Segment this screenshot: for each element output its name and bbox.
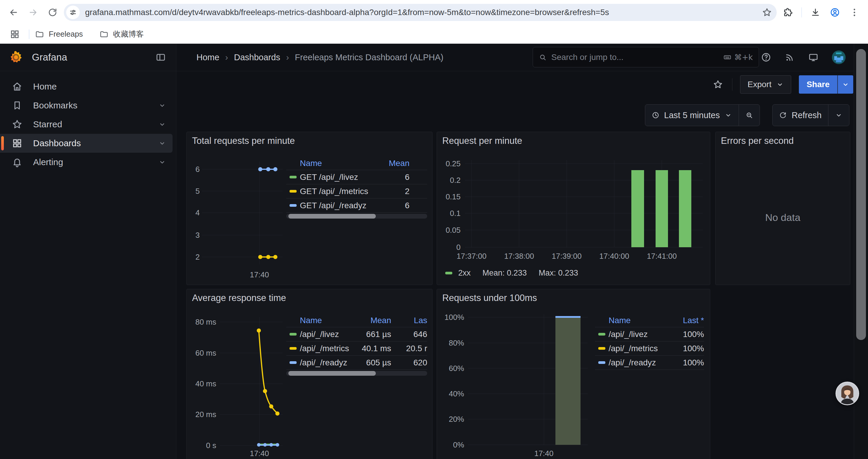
sidebar-item-label: Dashboards bbox=[33, 138, 81, 148]
chevron-down-icon[interactable] bbox=[158, 158, 166, 166]
column-header-name[interactable]: Name bbox=[300, 316, 353, 325]
legend-row-readyz[interactable]: /api/_/readyz 100% bbox=[595, 356, 704, 370]
display-button[interactable] bbox=[808, 52, 818, 62]
chevron-down-icon bbox=[842, 80, 849, 88]
legend-row-metrics[interactable]: /api/_/metrics 100% bbox=[595, 341, 704, 356]
favorite-star-button[interactable] bbox=[711, 78, 724, 91]
url-text[interactable]: grafana.mathmast.com/d/deytv4rwavabkb/fr… bbox=[85, 8, 760, 17]
scrollbar-thumb[interactable] bbox=[856, 49, 866, 340]
dashboard-actions: Export Share bbox=[176, 71, 868, 98]
legend-row-metrics[interactable]: GET /api/_/metrics 2 bbox=[286, 184, 427, 198]
request-per-minute-chart: 0.25 0.2 0.15 0.1 0.05 0 17:37:00 17:38:… bbox=[437, 132, 711, 285]
column-header-mean[interactable]: Mean bbox=[353, 316, 391, 325]
scrollbar-thumb[interactable] bbox=[288, 214, 376, 219]
breadcrumb-home[interactable]: Home bbox=[196, 53, 219, 62]
breadcrumb-separator: › bbox=[286, 53, 289, 62]
search-icon bbox=[539, 54, 547, 61]
sidebar-brand-row: Grafana bbox=[0, 44, 176, 71]
floating-assistant-avatar[interactable] bbox=[836, 382, 859, 405]
user-avatar[interactable] bbox=[832, 51, 845, 64]
panel-title[interactable]: Errors per second bbox=[721, 136, 794, 146]
legend-header-row: Name Mean Las bbox=[286, 314, 427, 327]
series-name[interactable]: /api/_/readyz bbox=[609, 358, 669, 367]
column-header-last[interactable]: Las bbox=[391, 316, 427, 325]
back-button[interactable] bbox=[5, 4, 22, 21]
sidebar-item-bookmarks[interactable]: Bookmarks bbox=[0, 96, 173, 115]
legend-row-readyz[interactable]: /api/_/readyz 605 µs 620 bbox=[286, 356, 427, 370]
url-bar[interactable]: grafana.mathmast.com/d/deytv4rwavabkb/fr… bbox=[64, 4, 777, 21]
legend-row-livez[interactable]: GET /api/_/livez 6 bbox=[286, 170, 427, 184]
legend-row-livez[interactable]: /api/_/livez 661 µs 646 bbox=[286, 327, 427, 341]
series-last: 100% bbox=[669, 330, 704, 339]
legend-table: Name Last * /api/_/livez 100% /api/_/met… bbox=[595, 314, 704, 370]
series-name[interactable]: /api/_/livez bbox=[609, 330, 669, 339]
news-rss-button[interactable] bbox=[785, 52, 795, 62]
sidebar-item-dashboards[interactable]: Dashboards bbox=[0, 134, 173, 153]
svg-text:0.2: 0.2 bbox=[450, 176, 461, 185]
sidebar-collapse-button[interactable] bbox=[154, 51, 167, 64]
reload-button[interactable] bbox=[44, 4, 61, 21]
star-icon bbox=[12, 119, 23, 130]
downloads-button[interactable] bbox=[807, 4, 824, 21]
search-box[interactable]: ⌘+k bbox=[533, 47, 759, 67]
chevron-down-icon[interactable] bbox=[158, 121, 166, 128]
sidebar: Grafana Home Bookmarks Starred bbox=[0, 44, 176, 459]
series-name[interactable]: GET /api/_/metrics bbox=[300, 187, 371, 196]
share-button[interactable]: Share bbox=[799, 75, 837, 94]
sidebar-item-starred[interactable]: Starred bbox=[0, 115, 173, 134]
brand-title: Grafana bbox=[32, 52, 154, 63]
scrollbar-thumb[interactable] bbox=[288, 371, 376, 376]
series-name[interactable]: /api/_/readyz bbox=[300, 358, 353, 367]
series-name[interactable]: GET /api/_/livez bbox=[300, 172, 371, 182]
chevron-down-icon[interactable] bbox=[158, 102, 166, 109]
share-menu-button[interactable] bbox=[837, 75, 853, 94]
series-last: 100% bbox=[669, 344, 704, 353]
export-button[interactable]: Export bbox=[740, 75, 791, 94]
active-accent-bar bbox=[1, 136, 4, 150]
breadcrumb-dashboards[interactable]: Dashboards bbox=[234, 53, 280, 62]
column-header-name[interactable]: Name bbox=[609, 316, 669, 325]
refresh-button[interactable]: Refresh bbox=[773, 104, 828, 126]
series-name[interactable]: /api/_/livez bbox=[300, 330, 353, 339]
series-name[interactable]: /api/_/metrics bbox=[300, 344, 353, 353]
legend-table: Name Mean GET /api/_/livez 6 GET /api/_/… bbox=[286, 157, 427, 213]
series-name[interactable]: GET /api/_/readyz bbox=[300, 201, 371, 210]
browser-profile-button[interactable] bbox=[827, 4, 843, 21]
legend-row-livez[interactable]: /api/_/livez 100% bbox=[595, 327, 704, 341]
series-swatch-blue bbox=[289, 204, 297, 207]
refresh-icon bbox=[779, 111, 787, 119]
help-button[interactable] bbox=[761, 52, 771, 62]
column-header-name[interactable]: Name bbox=[300, 159, 371, 168]
series-name[interactable]: /api/_/metrics bbox=[609, 344, 669, 353]
series-name[interactable]: 2xx bbox=[458, 268, 471, 277]
forward-button[interactable] bbox=[25, 4, 41, 21]
legend-hscrollbar[interactable] bbox=[286, 371, 427, 376]
column-header-mean[interactable]: Mean bbox=[371, 159, 409, 168]
grafana-logo[interactable] bbox=[9, 50, 23, 64]
legend-header-row: Name Mean bbox=[286, 157, 427, 170]
column-header-last[interactable]: Last * bbox=[669, 316, 704, 325]
series-last: 100% bbox=[669, 358, 704, 367]
chevron-down-icon[interactable] bbox=[158, 139, 166, 147]
share-split-button: Share bbox=[799, 75, 853, 94]
zoom-out-button[interactable] bbox=[739, 104, 760, 126]
apps-grid-icon[interactable] bbox=[8, 27, 22, 41]
svg-text:17:40: 17:40 bbox=[534, 449, 553, 458]
site-settings-icon[interactable] bbox=[66, 6, 80, 19]
search-input[interactable] bbox=[551, 52, 723, 62]
sidebar-item-home[interactable]: Home bbox=[0, 77, 173, 96]
svg-text:17:39:00: 17:39:00 bbox=[552, 252, 582, 261]
bookmark-folder-blogs[interactable]: 收藏博客 bbox=[99, 29, 144, 39]
browser-menu-button[interactable] bbox=[846, 4, 863, 21]
sidebar-item-alerting[interactable]: Alerting bbox=[0, 153, 173, 172]
refresh-interval-button[interactable] bbox=[829, 104, 849, 126]
search-shortcut: ⌘+k bbox=[723, 53, 753, 62]
bookmark-star-icon[interactable] bbox=[760, 5, 774, 20]
time-range-picker[interactable]: Last 5 minutes bbox=[645, 104, 739, 126]
series-swatch-blue bbox=[289, 361, 297, 364]
bookmark-folder-freeleaps[interactable]: Freeleaps bbox=[35, 30, 83, 39]
legend-row-readyz[interactable]: GET /api/_/readyz 6 bbox=[286, 198, 427, 213]
extensions-button[interactable] bbox=[780, 4, 796, 21]
legend-hscrollbar[interactable] bbox=[286, 214, 427, 219]
legend-row-metrics[interactable]: /api/_/metrics 40.1 ms 20.5 r bbox=[286, 341, 427, 356]
